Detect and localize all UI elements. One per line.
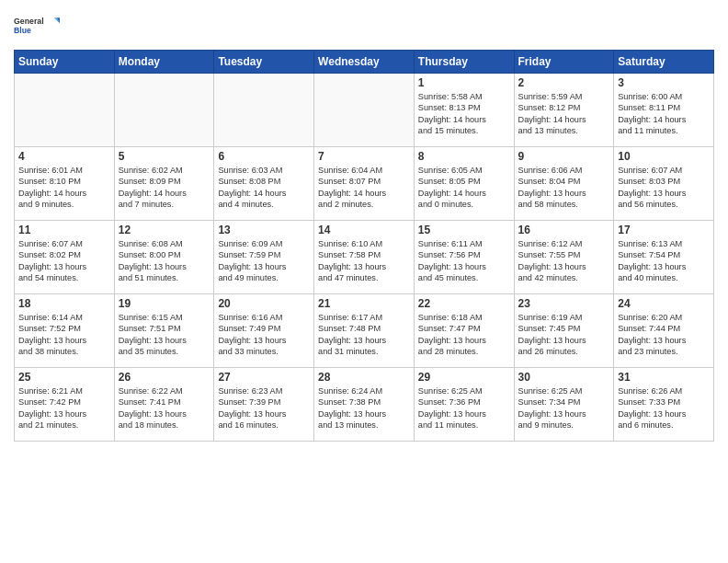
day-info: Sunrise: 6:13 AM Sunset: 7:54 PM Dayligh… bbox=[618, 238, 710, 284]
calendar-cell: 10Sunrise: 6:07 AM Sunset: 8:03 PM Dayli… bbox=[614, 147, 714, 221]
day-number: 20 bbox=[218, 297, 310, 310]
calendar-cell: 4Sunrise: 6:01 AM Sunset: 8:10 PM Daylig… bbox=[15, 147, 115, 221]
calendar-cell: 26Sunrise: 6:22 AM Sunset: 7:41 PM Dayli… bbox=[114, 368, 214, 442]
day-number: 31 bbox=[618, 371, 710, 384]
day-info: Sunrise: 6:25 AM Sunset: 7:34 PM Dayligh… bbox=[518, 385, 610, 431]
day-number: 18 bbox=[18, 297, 110, 310]
day-info: Sunrise: 6:09 AM Sunset: 7:59 PM Dayligh… bbox=[218, 238, 310, 284]
calendar-cell: 19Sunrise: 6:15 AM Sunset: 7:51 PM Dayli… bbox=[114, 294, 214, 368]
calendar-cell: 7Sunrise: 6:04 AM Sunset: 8:07 PM Daylig… bbox=[314, 147, 415, 221]
day-number: 22 bbox=[418, 297, 510, 310]
day-info: Sunrise: 6:15 AM Sunset: 7:51 PM Dayligh… bbox=[119, 312, 210, 358]
day-number: 15 bbox=[418, 224, 510, 236]
calendar-cell: 29Sunrise: 6:25 AM Sunset: 7:36 PM Dayli… bbox=[414, 368, 514, 442]
day-number: 12 bbox=[119, 224, 210, 236]
calendar-cell: 20Sunrise: 6:16 AM Sunset: 7:49 PM Dayli… bbox=[214, 294, 314, 368]
calendar-cell bbox=[15, 74, 115, 147]
day-number: 4 bbox=[18, 150, 110, 163]
calendar-cell: 22Sunrise: 6:18 AM Sunset: 7:47 PM Dayli… bbox=[414, 294, 514, 368]
day-info: Sunrise: 6:23 AM Sunset: 7:39 PM Dayligh… bbox=[218, 385, 310, 431]
day-number: 1 bbox=[418, 76, 510, 89]
calendar-cell bbox=[314, 74, 415, 147]
day-info: Sunrise: 6:16 AM Sunset: 7:49 PM Dayligh… bbox=[218, 312, 310, 358]
day-info: Sunrise: 6:02 AM Sunset: 8:09 PM Dayligh… bbox=[119, 165, 210, 211]
calendar-cell: 27Sunrise: 6:23 AM Sunset: 7:39 PM Dayli… bbox=[214, 368, 314, 442]
day-info: Sunrise: 6:17 AM Sunset: 7:48 PM Dayligh… bbox=[318, 312, 410, 358]
page: General Blue SundayMondayTuesdayWednesda… bbox=[0, 0, 728, 563]
day-info: Sunrise: 6:00 AM Sunset: 8:11 PM Dayligh… bbox=[618, 91, 710, 137]
calendar-cell: 21Sunrise: 6:17 AM Sunset: 7:48 PM Dayli… bbox=[314, 294, 415, 368]
day-number: 30 bbox=[518, 371, 610, 384]
day-number: 8 bbox=[418, 150, 510, 163]
day-info: Sunrise: 6:04 AM Sunset: 8:07 PM Dayligh… bbox=[318, 165, 410, 211]
calendar-cell: 9Sunrise: 6:06 AM Sunset: 8:04 PM Daylig… bbox=[514, 147, 614, 221]
calendar-cell: 15Sunrise: 6:11 AM Sunset: 7:56 PM Dayli… bbox=[414, 221, 514, 294]
day-info: Sunrise: 5:59 AM Sunset: 8:12 PM Dayligh… bbox=[518, 91, 610, 137]
day-number: 29 bbox=[418, 371, 510, 384]
logo: General Blue bbox=[14, 9, 60, 42]
day-number: 27 bbox=[218, 371, 310, 384]
day-number: 16 bbox=[518, 224, 610, 236]
day-number: 6 bbox=[218, 150, 310, 163]
header: General Blue bbox=[14, 9, 714, 42]
day-info: Sunrise: 6:18 AM Sunset: 7:47 PM Dayligh… bbox=[418, 312, 510, 358]
calendar-cell: 5Sunrise: 6:02 AM Sunset: 8:09 PM Daylig… bbox=[114, 147, 214, 221]
calendar-cell bbox=[114, 74, 214, 147]
day-number: 23 bbox=[518, 297, 610, 310]
day-info: Sunrise: 6:08 AM Sunset: 8:00 PM Dayligh… bbox=[119, 238, 210, 284]
calendar-cell: 8Sunrise: 6:05 AM Sunset: 8:05 PM Daylig… bbox=[414, 147, 514, 221]
calendar-cell: 23Sunrise: 6:19 AM Sunset: 7:45 PM Dayli… bbox=[514, 294, 614, 368]
calendar-cell: 30Sunrise: 6:25 AM Sunset: 7:34 PM Dayli… bbox=[514, 368, 614, 442]
week-row-3: 11Sunrise: 6:07 AM Sunset: 8:02 PM Dayli… bbox=[15, 221, 714, 294]
day-number: 2 bbox=[518, 76, 610, 89]
weekday-thursday: Thursday bbox=[414, 51, 514, 74]
day-number: 26 bbox=[119, 371, 210, 384]
calendar-cell: 24Sunrise: 6:20 AM Sunset: 7:44 PM Dayli… bbox=[614, 294, 714, 368]
day-info: Sunrise: 5:58 AM Sunset: 8:13 PM Dayligh… bbox=[418, 91, 510, 137]
day-info: Sunrise: 6:26 AM Sunset: 7:33 PM Dayligh… bbox=[618, 385, 710, 431]
day-info: Sunrise: 6:14 AM Sunset: 7:52 PM Dayligh… bbox=[18, 312, 110, 358]
day-info: Sunrise: 6:06 AM Sunset: 8:04 PM Dayligh… bbox=[518, 165, 610, 211]
day-info: Sunrise: 6:21 AM Sunset: 7:42 PM Dayligh… bbox=[18, 385, 110, 431]
day-number: 21 bbox=[318, 297, 410, 310]
calendar-cell: 11Sunrise: 6:07 AM Sunset: 8:02 PM Dayli… bbox=[15, 221, 115, 294]
day-info: Sunrise: 6:11 AM Sunset: 7:56 PM Dayligh… bbox=[418, 238, 510, 284]
calendar-cell: 14Sunrise: 6:10 AM Sunset: 7:58 PM Dayli… bbox=[314, 221, 415, 294]
day-info: Sunrise: 6:03 AM Sunset: 8:08 PM Dayligh… bbox=[218, 165, 310, 211]
day-info: Sunrise: 6:19 AM Sunset: 7:45 PM Dayligh… bbox=[518, 312, 610, 358]
calendar-cell: 17Sunrise: 6:13 AM Sunset: 7:54 PM Dayli… bbox=[614, 221, 714, 294]
day-info: Sunrise: 6:24 AM Sunset: 7:38 PM Dayligh… bbox=[318, 385, 410, 431]
weekday-header-row: SundayMondayTuesdayWednesdayThursdayFrid… bbox=[15, 51, 714, 74]
day-number: 17 bbox=[618, 224, 710, 236]
day-number: 25 bbox=[18, 371, 110, 384]
day-info: Sunrise: 6:25 AM Sunset: 7:36 PM Dayligh… bbox=[418, 385, 510, 431]
day-number: 9 bbox=[518, 150, 610, 163]
weekday-friday: Friday bbox=[514, 51, 614, 74]
calendar-cell: 12Sunrise: 6:08 AM Sunset: 8:00 PM Dayli… bbox=[114, 221, 214, 294]
day-number: 7 bbox=[318, 150, 410, 163]
calendar-cell: 16Sunrise: 6:12 AM Sunset: 7:55 PM Dayli… bbox=[514, 221, 614, 294]
calendar-cell: 13Sunrise: 6:09 AM Sunset: 7:59 PM Dayli… bbox=[214, 221, 314, 294]
weekday-wednesday: Wednesday bbox=[314, 51, 415, 74]
calendar-cell: 28Sunrise: 6:24 AM Sunset: 7:38 PM Dayli… bbox=[314, 368, 415, 442]
calendar-table: SundayMondayTuesdayWednesdayThursdayFrid… bbox=[14, 50, 714, 442]
calendar-cell: 2Sunrise: 5:59 AM Sunset: 8:12 PM Daylig… bbox=[514, 74, 614, 147]
week-row-1: 1Sunrise: 5:58 AM Sunset: 8:13 PM Daylig… bbox=[15, 74, 714, 147]
svg-text:Blue: Blue bbox=[14, 26, 31, 35]
week-row-2: 4Sunrise: 6:01 AM Sunset: 8:10 PM Daylig… bbox=[15, 147, 714, 221]
day-info: Sunrise: 6:05 AM Sunset: 8:05 PM Dayligh… bbox=[418, 165, 510, 211]
day-info: Sunrise: 6:12 AM Sunset: 7:55 PM Dayligh… bbox=[518, 238, 610, 284]
day-number: 11 bbox=[18, 224, 110, 236]
day-info: Sunrise: 6:20 AM Sunset: 7:44 PM Dayligh… bbox=[618, 312, 710, 358]
logo-svg: General Blue bbox=[14, 9, 60, 42]
calendar-cell: 31Sunrise: 6:26 AM Sunset: 7:33 PM Dayli… bbox=[614, 368, 714, 442]
weekday-saturday: Saturday bbox=[614, 51, 714, 74]
day-number: 5 bbox=[119, 150, 210, 163]
week-row-4: 18Sunrise: 6:14 AM Sunset: 7:52 PM Dayli… bbox=[15, 294, 714, 368]
calendar-cell: 1Sunrise: 5:58 AM Sunset: 8:13 PM Daylig… bbox=[414, 74, 514, 147]
calendar-cell bbox=[214, 74, 314, 147]
calendar-cell: 3Sunrise: 6:00 AM Sunset: 8:11 PM Daylig… bbox=[614, 74, 714, 147]
svg-text:General: General bbox=[14, 17, 44, 26]
day-info: Sunrise: 6:07 AM Sunset: 8:02 PM Dayligh… bbox=[18, 238, 110, 284]
day-info: Sunrise: 6:07 AM Sunset: 8:03 PM Dayligh… bbox=[618, 165, 710, 211]
